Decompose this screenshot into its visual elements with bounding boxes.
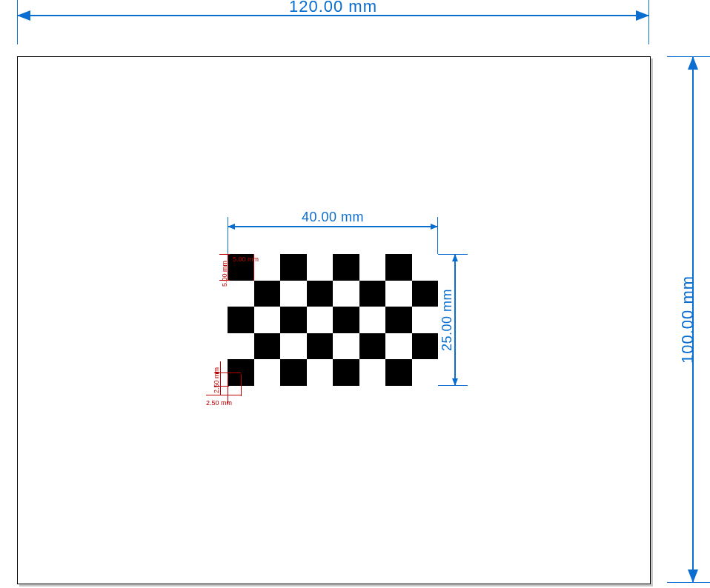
checkerboard-pattern (228, 254, 438, 386)
pattern-height-dimension: 25.00 mm (438, 254, 474, 386)
square-width-label: 5.00 mm (233, 255, 259, 263)
page-height-dimension: 100.00 mm (667, 56, 710, 583)
page-width-label: 120.00 mm (17, 0, 649, 16)
page-height-label: 100.00 mm (667, 56, 709, 583)
drawing-canvas: 120.00 mm 100.00 mm 40.00 mm (0, 0, 710, 588)
pattern-width-label: 40.00 mm (228, 210, 438, 225)
corner-width-dimension: 2.50 mm (206, 399, 232, 407)
square-width-dimension: 5.00 mm (233, 255, 259, 263)
corner-height-dimension: 2.50 mm (213, 367, 220, 393)
pattern-height-label: 25.00 mm (432, 254, 462, 386)
pattern-width-dimension: 40.00 mm (228, 217, 438, 254)
page-width-dimension: 120.00 mm (17, 0, 649, 44)
square-height-label: 5.00 mm (221, 261, 228, 287)
corner-height-label: 2.50 mm (213, 367, 220, 393)
square-height-dimension: 5.00 mm (221, 261, 228, 287)
corner-width-label: 2.50 mm (206, 399, 232, 407)
